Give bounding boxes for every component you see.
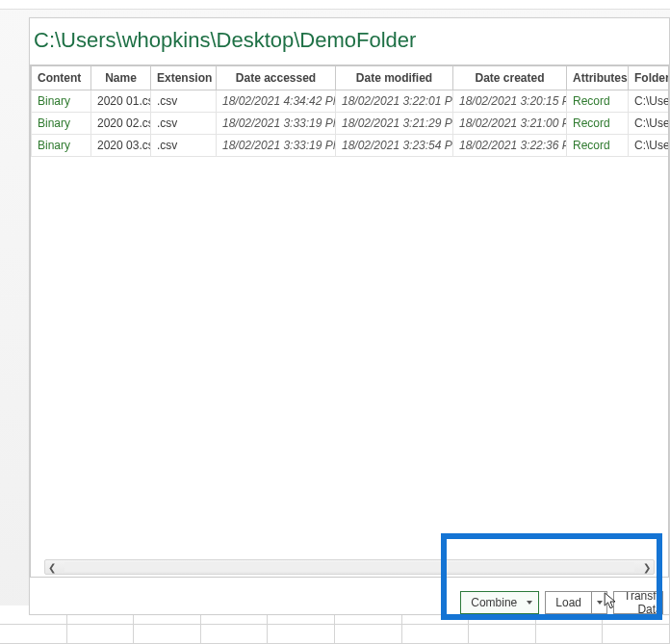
col-folder-path[interactable]: Folder Path: [629, 66, 669, 90]
transform-data-label: Transform Data: [614, 591, 663, 614]
transform-data-button[interactable]: Transform Data: [613, 591, 663, 614]
dialog-title: C:\Users\whopkins\Desktop\DemoFolder: [30, 18, 669, 64]
col-date-modified[interactable]: Date modified: [336, 66, 453, 90]
app-top-border: [0, 0, 670, 10]
chevron-down-icon: [527, 601, 532, 605]
combine-button[interactable]: Combine: [460, 591, 539, 614]
load-button-label: Load: [546, 596, 591, 609]
cell-extension: .csv: [151, 90, 217, 113]
cell-extension: .csv: [151, 113, 217, 135]
combine-button-label: Combine: [461, 596, 527, 609]
cell-date-created: 18/02/2021 3:22:36 PM: [453, 135, 567, 157]
cell-folder-path: C:\User: [629, 135, 669, 157]
grid-cell[interactable]: [268, 625, 335, 644]
grid-cell[interactable]: [335, 625, 402, 644]
dialog-button-bar: Combine Load Transform Data Combine & Tr…: [30, 578, 669, 614]
cell-content[interactable]: Binary: [32, 90, 91, 113]
cell-content[interactable]: Binary: [32, 113, 91, 135]
grid-cell[interactable]: [201, 625, 269, 644]
cell-date-accessed: 18/02/2021 3:33:19 PM: [217, 135, 336, 157]
file-table-container: Content Name Extension Date accessed Dat…: [30, 64, 669, 578]
grid-cell[interactable]: [402, 625, 470, 644]
cell-attributes[interactable]: Record: [567, 113, 629, 135]
folder-preview-dialog: C:\Users\whopkins\Desktop\DemoFolder Con…: [29, 17, 670, 615]
grid-cell[interactable]: [0, 625, 67, 644]
cell-extension: .csv: [151, 135, 217, 157]
table-row[interactable]: Binary 2020 01.csv .csv 18/02/2021 4:34:…: [32, 90, 669, 113]
cell-attributes[interactable]: Record: [567, 135, 629, 157]
cell-folder-path: C:\User: [629, 113, 669, 135]
grid-cell[interactable]: [134, 625, 201, 644]
table-header-row: Content Name Extension Date accessed Dat…: [32, 66, 669, 90]
table-row[interactable]: Binary 2020 02.csv .csv 18/02/2021 3:33:…: [32, 113, 669, 135]
cell-folder-path: C:\User: [629, 90, 669, 113]
cell-name: 2020 01.csv: [91, 90, 151, 113]
col-attributes[interactable]: Attributes: [567, 66, 629, 90]
scroll-right-arrow-icon[interactable]: ❯: [638, 560, 656, 574]
col-date-accessed[interactable]: Date accessed: [217, 66, 336, 90]
cell-content[interactable]: Binary: [32, 135, 91, 157]
load-button[interactable]: Load: [545, 591, 607, 614]
scroll-left-arrow-icon[interactable]: ❮: [43, 560, 61, 574]
cell-attributes[interactable]: Record: [567, 90, 629, 113]
grid-cell[interactable]: [67, 625, 135, 644]
cell-date-accessed: 18/02/2021 3:33:19 PM: [217, 113, 336, 135]
cell-date-created: 18/02/2021 3:20:15 PM: [453, 90, 567, 113]
cell-date-created: 18/02/2021 3:21:00 PM: [453, 113, 567, 135]
grid-cell[interactable]: [536, 625, 604, 644]
cell-date-modified: 18/02/2021 3:22:01 PM: [336, 90, 453, 113]
cell-name: 2020 02.csv: [91, 113, 151, 135]
col-name[interactable]: Name: [91, 66, 151, 90]
mouse-cursor-icon: [604, 592, 617, 611]
horizontal-scrollbar[interactable]: ❮ ❯: [44, 559, 655, 575]
table-row[interactable]: Binary 2020 03.csv .csv 18/02/2021 3:33:…: [32, 135, 669, 157]
cell-date-modified: 18/02/2021 3:21:29 PM: [336, 113, 453, 135]
grid-cell[interactable]: [603, 625, 670, 644]
chevron-down-icon: [597, 601, 603, 605]
grid-cell[interactable]: [469, 625, 536, 644]
file-table: Content Name Extension Date accessed Dat…: [31, 65, 668, 157]
col-date-created[interactable]: Date created: [453, 66, 567, 90]
cell-date-accessed: 18/02/2021 4:34:42 PM: [217, 90, 336, 113]
cell-date-modified: 18/02/2021 3:23:54 PM: [336, 135, 453, 157]
col-extension[interactable]: Extension: [151, 66, 217, 90]
scroll-track[interactable]: [64, 562, 634, 572]
col-content[interactable]: Content: [32, 66, 91, 90]
cell-name: 2020 03.csv: [91, 135, 151, 157]
